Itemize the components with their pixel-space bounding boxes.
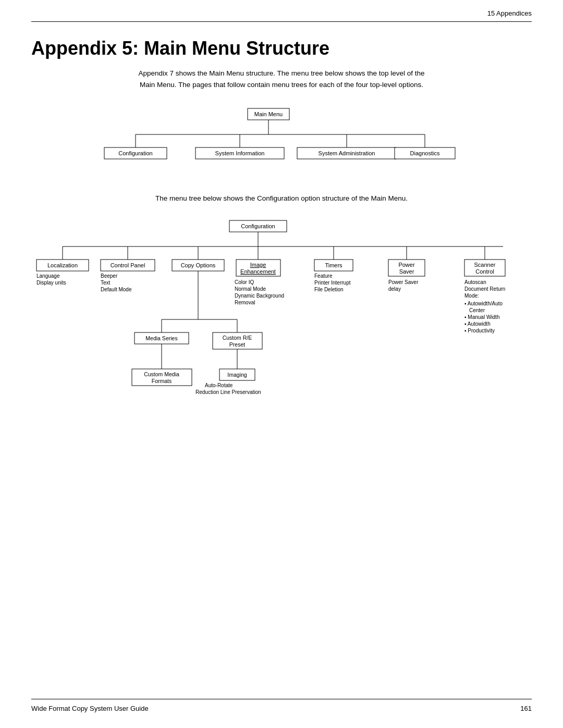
footer: Wide Format Copy System User Guide 161 — [31, 699, 532, 712]
svg-text:Dynamic Background: Dynamic Background — [235, 293, 284, 299]
page-title: Appendix 5: Main Menu Structure — [31, 38, 532, 59]
svg-text:Enhancement: Enhancement — [240, 268, 276, 275]
svg-text:Saver: Saver — [399, 268, 414, 275]
svg-text:Color IQ: Color IQ — [235, 279, 254, 285]
svg-text:Media Series: Media Series — [145, 335, 177, 341]
svg-text:Custom Media: Custom Media — [144, 371, 179, 377]
main-menu-svg: Main Menu Configuration System Informati… — [86, 106, 477, 179]
footer-left: Wide Format Copy System User Guide — [31, 705, 149, 712]
chapter-heading: 15 Appendices — [487, 9, 532, 17]
intro-text: Appendix 7 shows the Main Menu structure… — [31, 68, 532, 90]
svg-text:Image: Image — [250, 262, 266, 268]
svg-text:Main Menu: Main Menu — [254, 111, 283, 117]
svg-text:Reduction Line Preservation: Reduction Line Preservation — [195, 389, 261, 395]
svg-text:Configuration: Configuration — [118, 150, 152, 156]
svg-text:Printer Interrupt: Printer Interrupt — [314, 280, 351, 286]
svg-text:Control Panel: Control Panel — [111, 262, 145, 268]
svg-text:Custom R/E: Custom R/E — [223, 335, 252, 341]
intro-line1: Appendix 7 shows the Main Menu structure… — [31, 68, 532, 79]
svg-text:▪ Manual Width: ▪ Manual Width — [464, 314, 499, 320]
svg-text:System Information: System Information — [215, 150, 265, 156]
svg-text:Imaging: Imaging — [227, 372, 247, 378]
svg-text:delay: delay — [388, 286, 401, 292]
svg-text:Beeper: Beeper — [101, 273, 118, 279]
svg-text:Center: Center — [469, 307, 485, 313]
config-tree: Configuration Localization Language Disp… — [31, 218, 532, 442]
svg-text:Autoscan: Autoscan — [464, 279, 486, 285]
svg-text:System Administration: System Administration — [319, 150, 375, 156]
svg-text:Feature: Feature — [314, 273, 333, 279]
config-tree-svg: Configuration Localization Language Disp… — [31, 218, 532, 442]
page: 15 Appendices Appendix 5: Main Menu Stru… — [0, 0, 563, 728]
svg-text:Removal: Removal — [235, 300, 255, 305]
svg-text:Language: Language — [36, 273, 60, 279]
svg-text:Formats: Formats — [152, 378, 172, 384]
title-section: Appendix 5: Main Menu Structure — [31, 38, 532, 59]
section-text: The menu tree below shows the Configurat… — [31, 194, 532, 202]
top-bar: 15 Appendices — [31, 0, 532, 22]
svg-text:Configuration: Configuration — [241, 223, 275, 229]
svg-text:Scanner: Scanner — [474, 262, 496, 268]
svg-text:Timers: Timers — [325, 262, 342, 268]
svg-text:Power Saver: Power Saver — [388, 279, 419, 285]
svg-text:Document Return: Document Return — [464, 286, 505, 292]
svg-text:Localization: Localization — [47, 262, 78, 268]
svg-text:Normal Mode: Normal Mode — [235, 286, 266, 292]
svg-text:Display units: Display units — [36, 280, 66, 286]
svg-text:▪ Autowidth: ▪ Autowidth — [464, 321, 491, 327]
intro-line2: Main Menu. The pages that follow contain… — [31, 79, 532, 91]
svg-text:Control: Control — [475, 268, 494, 275]
svg-text:File Deletion: File Deletion — [314, 287, 344, 292]
svg-text:▪ Autowidth/Auto: ▪ Autowidth/Auto — [464, 301, 503, 306]
svg-text:Diagnostics: Diagnostics — [410, 150, 440, 156]
svg-text:Power: Power — [398, 262, 415, 268]
svg-text:Auto-Rotate: Auto-Rotate — [205, 382, 233, 388]
svg-text:Mode:: Mode: — [464, 293, 479, 299]
svg-text:Text: Text — [101, 280, 111, 286]
svg-text:Preset: Preset — [229, 341, 245, 348]
svg-text:▪ Productivity: ▪ Productivity — [464, 328, 495, 334]
main-menu-tree: Main Menu Configuration System Informati… — [31, 106, 532, 179]
footer-right: 161 — [520, 705, 532, 712]
svg-text:Copy Options: Copy Options — [181, 262, 216, 268]
svg-text:Default Mode: Default Mode — [101, 287, 132, 292]
